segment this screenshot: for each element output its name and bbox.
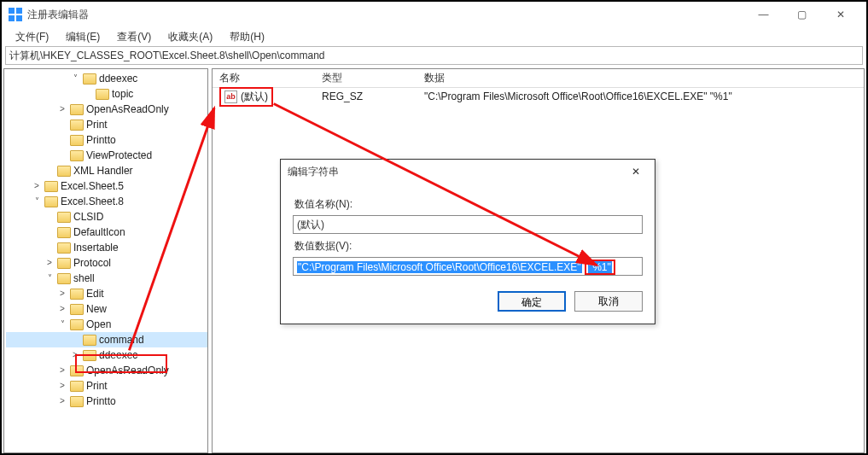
tree-item[interactable]: Print [6,117,207,132]
tree-item-label: Excel.Sheet.8 [61,194,124,209]
minimize-button[interactable]: — [744,2,783,27]
tree-expander-icon[interactable]: ˅ [57,317,67,332]
value-name: (默认) [241,90,268,104]
tree-item[interactable]: command [6,332,207,347]
menubar: 文件(F) 编辑(E) 查看(V) 收藏夹(A) 帮助(H) [2,27,866,46]
tree-item-label: Protocol [73,255,111,271]
tree-expander-icon[interactable]: > [57,363,67,378]
folder-icon [57,242,71,254]
ok-button[interactable]: 确定 [498,291,566,312]
cell-name: ab (默认) [213,87,315,107]
value-data-label: 数值数据(V): [294,239,643,254]
menu-help[interactable]: 帮助(H) [221,28,273,46]
tree-item-label: OpenAsReadOnly [86,102,169,117]
tree-item-label: ViewProtected [86,148,152,163]
tree-item[interactable]: ˅Excel.Sheet.8 [6,194,207,209]
value-name-label: 数值名称(N): [294,197,643,212]
string-value-icon: ab [224,90,237,103]
tree-item[interactable]: >ddeexec [6,347,207,363]
folder-icon [70,135,84,146]
folder-icon [70,120,84,131]
folder-icon [57,273,71,284]
folder-icon [70,396,84,407]
tree-item[interactable]: ˅shell [6,271,207,286]
percent-one-highlight: "%1" [585,260,615,275]
tree-item[interactable]: ViewProtected [6,148,207,163]
tree-item-label: Insertable [73,240,119,255]
tree-item[interactable]: ˅ddeexec [6,71,207,86]
tree-expander-icon[interactable]: > [57,286,67,301]
tree-item[interactable]: >Printto [6,394,207,409]
cell-data: "C:\Program Files\Microsoft Office\Root\… [417,90,864,102]
tree-item[interactable]: DefaultIcon [6,225,207,240]
tree-item-label: ddeexec [99,347,137,363]
folder-icon [57,258,71,269]
svg-rect-1 [16,8,22,14]
tree-item[interactable]: XML Handler [6,163,207,178]
folder-icon [70,304,84,315]
tree-scroll[interactable]: ˅ddeexectopic>OpenAsReadOnlyPrintPrintto… [4,69,207,452]
menu-edit[interactable]: 编辑(E) [57,28,108,46]
folder-icon [83,335,96,346]
tree-expander-icon[interactable]: ˅ [32,194,42,209]
dialog-titlebar[interactable]: 编辑字符串 ✕ [281,160,655,184]
tree-item[interactable]: >Excel.Sheet.5 [6,178,207,194]
tree-expander-icon[interactable]: ˅ [70,71,80,86]
tree-item[interactable]: Printto [6,132,207,148]
dialog-close-button[interactable]: ✕ [624,166,648,178]
folder-icon [44,181,58,192]
col-header-data[interactable]: 数据 [417,71,864,85]
value-data-selection-suffix: "%1" [588,261,612,273]
address-text: 计算机\HKEY_CLASSES_ROOT\Excel.Sheet.8\shel… [9,49,325,63]
folder-icon [83,350,96,361]
menu-favorites[interactable]: 收藏夹(A) [160,28,221,46]
tree-item[interactable]: >Edit [6,286,207,301]
tree-expander-icon[interactable]: ˅ [44,271,55,286]
tree-item[interactable]: >OpenAsReadOnly [6,363,207,378]
tree-expander-icon[interactable]: > [70,347,80,363]
menu-view[interactable]: 查看(V) [108,28,160,46]
tree-item[interactable]: ˅Open [6,317,207,332]
tree-item[interactable]: topic [6,86,207,102]
tree-item-label: Printto [86,132,116,148]
tree-expander-icon[interactable]: > [44,255,55,271]
folder-icon [70,150,84,161]
tree-item-label: ddeexec [99,71,137,86]
tree-item[interactable]: >New [6,301,207,317]
value-name-field[interactable]: (默认) [293,215,643,234]
maximize-button[interactable]: ▢ [783,2,821,27]
tree-item[interactable]: >OpenAsReadOnly [6,102,207,117]
folder-icon [57,212,71,223]
folder-icon [70,289,84,300]
col-header-type[interactable]: 类型 [315,71,417,85]
folder-icon [57,227,71,238]
tree-expander-icon[interactable]: > [57,394,67,409]
tree-expander-icon[interactable]: > [57,102,67,117]
close-button[interactable]: ✕ [821,2,859,27]
tree-item-label: DefaultIcon [73,225,125,240]
folder-icon [44,196,58,207]
tree-item-label: Printto [86,394,116,409]
edit-string-dialog: 编辑字符串 ✕ 数值名称(N): (默认) 数值数据(V): "C:\Progr… [280,159,655,324]
tree-expander-icon[interactable]: > [32,178,42,194]
tree-expander-icon[interactable]: > [57,378,67,394]
cancel-button[interactable]: 取消 [574,291,643,312]
tree-item[interactable]: CLSID [6,209,207,225]
tree-item[interactable]: Insertable [6,240,207,255]
tree-item[interactable]: >Print [6,378,207,394]
tree-expander-icon[interactable]: > [57,301,67,317]
svg-rect-0 [9,8,15,14]
list-header: 名称 类型 数据 [213,69,864,88]
menu-file[interactable]: 文件(F) [7,28,57,46]
tree-item[interactable]: >Protocol [6,255,207,271]
value-data-field[interactable]: "C:\Program Files\Microsoft Office\Root\… [293,257,643,276]
folder-icon [96,89,109,100]
folder-icon [70,104,84,115]
titlebar: 注册表编辑器 — ▢ ✕ [2,2,866,27]
col-header-name[interactable]: 名称 [213,71,315,85]
address-bar[interactable]: 计算机\HKEY_CLASSES_ROOT\Excel.Sheet.8\shel… [5,46,863,65]
list-row[interactable]: ab (默认) REG_SZ "C:\Program Files\Microso… [213,88,864,105]
tree-item-label: OpenAsReadOnly [86,363,169,378]
svg-rect-3 [16,15,22,21]
folder-icon [57,166,71,177]
